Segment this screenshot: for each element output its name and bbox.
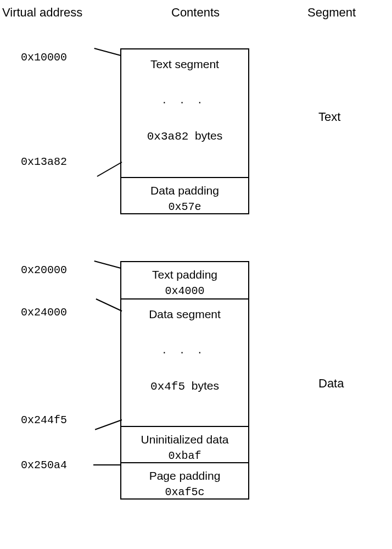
text-padding-section: Text padding 0x4000 (121, 262, 248, 298)
segment-text-label: Text (318, 110, 340, 124)
addr-text-start: 0x10000 (21, 51, 92, 64)
header-segment: Segment (307, 5, 356, 20)
data-segment-size-hex: 0x4f5 (150, 380, 185, 393)
text-segment-size-unit: bytes (195, 129, 222, 142)
page-padding-size: 0xaf5c (124, 485, 246, 500)
data-padding-size: 0x57e (124, 199, 246, 215)
text-segment-size: 0x3a82 bytes (124, 127, 246, 145)
data-padding-title: Data padding (124, 182, 246, 198)
text-padding-size: 0x4000 (124, 284, 246, 299)
text-segment-section: Text segment · · · 0x3a82 bytes (121, 49, 248, 177)
data-segment-title: Data segment (124, 306, 246, 322)
text-segment-size-hex: 0x3a82 (147, 130, 189, 143)
addr-data-end: 0x244f5 (21, 414, 92, 426)
connector-line (95, 419, 122, 430)
data-padding-section: Data padding 0x57e (121, 177, 248, 213)
ellipsis: · · · (124, 344, 246, 361)
data-segment-size: 0x4f5 bytes (124, 378, 246, 395)
text-segment-box: Text segment · · · 0x3a82 bytes Data pad… (120, 48, 249, 214)
page-padding-section: Page padding 0xaf5c (121, 462, 248, 498)
connector-line (94, 48, 121, 56)
page-padding-title: Page padding (124, 468, 246, 484)
header-contents: Contents (171, 5, 220, 20)
uninitialized-title: Uninitialized data (124, 431, 246, 447)
connector-line (94, 260, 121, 269)
header-virtual-address: Virtual address (2, 5, 82, 20)
connector-line (96, 298, 122, 312)
addr-data-start: 0x24000 (21, 306, 92, 319)
connector-line (93, 464, 121, 465)
addr-text-end: 0x13a82 (21, 156, 92, 168)
uninitialized-section: Uninitialized data 0xbaf (121, 426, 248, 462)
ellipsis: · · · (124, 94, 246, 111)
data-segment-box: Text padding 0x4000 Data segment · · · 0… (120, 261, 249, 500)
connector-line (97, 162, 122, 177)
addr-textpad-start: 0x20000 (21, 264, 92, 276)
addr-uninit-end: 0x250a4 (21, 459, 92, 472)
segment-data-label: Data (318, 376, 344, 391)
text-padding-title: Text padding (124, 267, 246, 282)
data-segment-size-unit: bytes (192, 379, 219, 392)
text-segment-title: Text segment (124, 56, 246, 72)
data-segment-section: Data segment · · · 0x4f5 bytes (121, 298, 248, 426)
